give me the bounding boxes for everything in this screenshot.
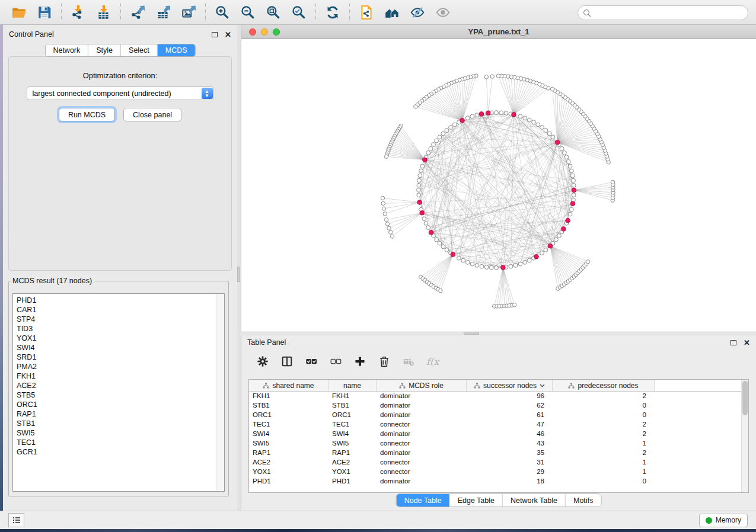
table-row[interactable]: ACE2ACE2connector311 (249, 458, 748, 467)
table-scrollbar[interactable] (741, 380, 748, 492)
table-row[interactable]: SWI5SWI5connector431 (249, 439, 748, 448)
save-session-button[interactable] (36, 4, 53, 21)
mcds-result-item[interactable]: YOX1 (17, 334, 216, 343)
mcds-result-item[interactable]: RAP1 (17, 409, 216, 419)
zoom-fit-button[interactable] (265, 4, 282, 21)
table-row[interactable]: PHD1PHD1dominator180 (249, 477, 748, 486)
mcds-list-scrollbar[interactable] (216, 294, 224, 491)
mcds-result-item[interactable]: SWI4 (17, 343, 216, 352)
column-header-shared-name[interactable]: shared name (249, 380, 328, 391)
export-network-button[interactable] (129, 4, 146, 21)
tab-motifs[interactable]: Motifs (565, 494, 601, 507)
cell-shared-name: PHD1 (249, 477, 328, 486)
table-row[interactable]: STB1STB1dominator620 (249, 401, 748, 411)
refresh-layout-button[interactable] (324, 4, 341, 21)
window-maximize-icon[interactable] (273, 28, 280, 36)
select-all-checkboxes-button[interactable] (304, 354, 318, 368)
show-graphics-details-button[interactable] (435, 4, 451, 21)
create-column-button[interactable] (353, 354, 367, 368)
function-builder-button: f(x) (426, 354, 440, 368)
search-box (578, 5, 748, 20)
close-panel-icon[interactable]: ✕ (225, 31, 231, 39)
shared-column-icon (263, 383, 269, 389)
vertical-splitter-handle[interactable] (237, 267, 240, 282)
mcds-result-item[interactable]: ORC1 (17, 400, 216, 409)
memory-button[interactable]: Memory (699, 514, 748, 527)
table-row[interactable]: SWI4SWI4dominator462 (249, 430, 748, 439)
search-input[interactable] (594, 8, 743, 18)
table-row[interactable]: YOX1YOX1connector291 (249, 467, 748, 477)
cell-name: SWI4 (328, 430, 377, 439)
table-row[interactable]: FKH1FKH1dominator962 (249, 392, 748, 401)
tab-network[interactable]: Network (45, 44, 88, 56)
cell-predecessor-nodes: 1 (553, 458, 655, 467)
table-row[interactable]: TEC1TEC1connector472 (249, 420, 748, 430)
open-file-icon (11, 5, 27, 20)
table-scrollbar-thumb[interactable] (742, 381, 748, 415)
zoom-in-button[interactable] (214, 4, 231, 21)
table-row[interactable]: RAP1RAP1dominator352 (249, 448, 748, 458)
window-close-icon[interactable] (249, 28, 256, 36)
mcds-result-item[interactable]: GCR1 (17, 447, 216, 457)
export-image-button[interactable] (180, 4, 197, 21)
zoom-selected-button[interactable] (291, 4, 307, 21)
float-panel-icon[interactable] (212, 32, 218, 37)
network-graph-svg[interactable] (241, 39, 756, 331)
mcds-result-item[interactable]: PHD1 (17, 296, 216, 305)
mcds-result-item[interactable]: TEC1 (17, 438, 216, 447)
import-network-button[interactable] (70, 4, 87, 21)
tab-select[interactable]: Select (120, 44, 157, 56)
cell-mcds-role: connector (377, 458, 467, 467)
show-columns-button[interactable] (280, 354, 294, 368)
mcds-result-item[interactable]: STP4 (17, 315, 216, 324)
mcds-result-item[interactable]: PMA2 (17, 362, 216, 371)
tab-style[interactable]: Style (88, 44, 120, 56)
mcds-result-list: PHD1CAR1STP4TID3YOX1SWI4SRD1PMA2FKH1ACE2… (13, 294, 216, 491)
import-table-button[interactable] (95, 4, 112, 21)
mcds-result-item[interactable]: TID3 (17, 324, 216, 334)
float-table-panel-icon[interactable] (731, 340, 736, 345)
memory-label: Memory (716, 516, 741, 524)
svg-text:f(x): f(x) (426, 356, 440, 367)
mcds-result-item[interactable]: ACE2 (17, 381, 216, 390)
mcds-result-item[interactable]: STB1 (17, 419, 216, 428)
cell-shared-name: RAP1 (249, 448, 328, 458)
tab-network-table[interactable]: Network Table (502, 494, 565, 507)
task-history-button[interactable] (8, 513, 24, 527)
network-houses-button[interactable] (384, 4, 400, 21)
run-mcds-button[interactable]: Run MCDS (59, 108, 115, 121)
tab-node-table[interactable]: Node Table (397, 494, 449, 507)
hide-graphics-details-button[interactable] (409, 4, 426, 21)
network-window-titlebar[interactable]: YPA_prune.txt_1 (241, 25, 756, 39)
column-header-successor-nodes[interactable]: successor nodes (467, 380, 553, 391)
tab-mcds[interactable]: MCDS (157, 44, 195, 56)
zoom-out-button[interactable] (240, 4, 256, 21)
column-header-predecessor-nodes[interactable]: predecessor nodes (553, 380, 655, 391)
column-header-name[interactable]: name (328, 380, 377, 391)
mcds-result-item[interactable]: SWI5 (17, 428, 216, 438)
column-header-mcds-role[interactable]: MCDS role (377, 380, 467, 391)
deselect-all-checkboxes-button[interactable] (328, 354, 343, 368)
mcds-result-item[interactable]: SRD1 (17, 352, 216, 362)
cytoscape-app: Control Panel ✕ NetworkStyleSelectMCDS O… (0, 0, 756, 532)
table-row[interactable]: ORC1ORC1dominator610 (249, 411, 748, 420)
mcds-result-item[interactable]: FKH1 (17, 371, 216, 381)
export-table-button[interactable] (155, 4, 171, 21)
delete-columns-button[interactable] (377, 354, 391, 368)
cell-successor-nodes: 18 (467, 477, 553, 486)
share-network-document-button[interactable] (358, 4, 375, 21)
cell-mcds-role: dominator (377, 477, 467, 486)
network-canvas[interactable] (241, 39, 756, 331)
cell-predecessor-nodes: 0 (553, 411, 655, 420)
close-table-panel-icon[interactable]: ✕ (744, 339, 750, 347)
table-settings-gear-icon (256, 355, 269, 368)
horizontal-splitter-handle[interactable] (464, 332, 479, 335)
table-settings-gear-button[interactable] (256, 354, 270, 368)
open-file-button[interactable] (11, 4, 27, 21)
close-panel-button[interactable]: Close panel (123, 108, 181, 121)
optimization-criterion-select[interactable]: largest connected component (undirected)… (27, 86, 214, 100)
window-minimize-icon[interactable] (261, 28, 268, 36)
mcds-result-item[interactable]: STB5 (17, 390, 216, 400)
tab-edge-table[interactable]: Edge Table (449, 494, 502, 507)
mcds-result-item[interactable]: CAR1 (17, 305, 216, 315)
